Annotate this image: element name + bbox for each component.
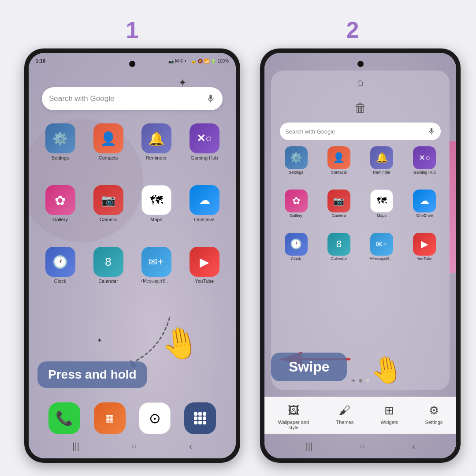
svg-rect-4 bbox=[194, 416, 197, 420]
app-clock[interactable]: 🕐 Clock bbox=[37, 247, 83, 284]
phone2-search-bar[interactable]: Search with Google bbox=[280, 123, 441, 140]
phone1-mic-icon bbox=[206, 94, 216, 104]
p2-settings[interactable]: ⚙️ Settings bbox=[275, 146, 316, 175]
page-dots: + bbox=[351, 377, 369, 385]
p2-reminder-label: Reminder bbox=[373, 170, 390, 175]
app-camera[interactable]: 📷 Camera bbox=[86, 185, 131, 222]
homescreen-overlay: ⌂ 🗑 Search with Google ⚙️ Settings 👤 Con… bbox=[271, 71, 450, 390]
p2-onedrive[interactable]: ☁ OneDrive bbox=[404, 190, 445, 218]
app-maps[interactable]: 🗺 Maps bbox=[134, 185, 179, 222]
menu-themes[interactable]: 🖌 Themes bbox=[336, 404, 353, 430]
app-settings[interactable]: ⚙️ Settings bbox=[37, 123, 83, 160]
menu-wallpaper[interactable]: 🖼 Wallpaper andstyle bbox=[278, 404, 309, 430]
p2-settings-icon: ⚙️ bbox=[285, 146, 308, 169]
nav-home[interactable]: ○ bbox=[131, 441, 137, 451]
phone1-app-row2: ✿ Gallery 📷 Camera 🗺 Maps ☁ OneDrive bbox=[37, 185, 227, 222]
phone1-app-row1: ⚙️ Settings 👤 Contacts 🔔 Reminder ✕○ Gam… bbox=[37, 123, 227, 160]
app-onedrive[interactable]: ☁ OneDrive bbox=[182, 185, 227, 222]
p2-calendar-label: Calendar bbox=[331, 257, 347, 261]
dock-bixby[interactable]: ▦ bbox=[94, 402, 126, 434]
p2-maps[interactable]: 🗺 Maps bbox=[361, 190, 402, 218]
maps-icon: 🗺 bbox=[141, 185, 171, 215]
app-calendar[interactable]: 8 Calendar bbox=[86, 247, 131, 284]
app-message[interactable]: ✉+ +Message(SM... bbox=[134, 247, 179, 284]
themes-label: Themes bbox=[336, 420, 353, 425]
home-icon[interactable]: ⌂ bbox=[357, 76, 364, 88]
svg-rect-9 bbox=[203, 421, 206, 424]
maps-label: Maps bbox=[150, 217, 162, 222]
app-reminder[interactable]: 🔔 Reminder bbox=[134, 123, 179, 160]
p2-onedrive-label: OneDrive bbox=[416, 213, 433, 218]
dock-chrome[interactable]: ⊙ bbox=[139, 402, 171, 434]
svg-rect-8 bbox=[198, 421, 202, 424]
phone1-search-bar[interactable]: Search with Google bbox=[42, 87, 223, 110]
clock-icon: 🕐 bbox=[45, 247, 75, 277]
svg-rect-2 bbox=[198, 412, 202, 416]
trash-icon[interactable]: 🗑 bbox=[354, 100, 367, 115]
message-label: +Message(SM... bbox=[141, 279, 172, 283]
phone1-screen: 1:16 📷 M © • 🔒 🔕 📶 🔋 100% ✦ ✦ ✦ Search w… bbox=[29, 53, 236, 458]
swipe-label: Swipe bbox=[271, 353, 347, 381]
onedrive-label: OneDrive bbox=[194, 217, 214, 222]
p2-nav-back[interactable]: ||| bbox=[305, 441, 312, 451]
phone2-camera bbox=[357, 61, 364, 67]
svg-rect-7 bbox=[194, 421, 197, 424]
phone1-status-icons: 📷 M © • 🔒 🔕 📶 🔋 100% bbox=[168, 59, 229, 63]
phone1-battery: 100% bbox=[217, 59, 229, 63]
calendar-icon: 8 bbox=[93, 247, 123, 277]
message-icon: ✉+ bbox=[141, 247, 171, 277]
p2-message-label: +Message(SM... bbox=[369, 257, 394, 260]
phone1: 1:16 📷 M © • 🔒 🔕 📶 🔋 100% ✦ ✦ ✦ Search w… bbox=[24, 48, 240, 463]
p2-camera-label: Camera bbox=[332, 213, 346, 218]
p2-gallery-icon: ✿ bbox=[285, 190, 308, 212]
hand-cursor-1: 🤚 bbox=[158, 322, 202, 364]
p2-nav-home[interactable]: ○ bbox=[360, 441, 365, 451]
wallpaper-icon: 🖼 bbox=[288, 404, 299, 417]
p2-message[interactable]: ✉+ +Message(SM... bbox=[361, 233, 402, 261]
phone2-mic-icon bbox=[428, 127, 435, 135]
app-gallery[interactable]: ✿ Gallery bbox=[37, 185, 83, 222]
wallpaper-label: Wallpaper andstyle bbox=[278, 420, 309, 430]
p2-message-icon: ✉+ bbox=[370, 233, 393, 256]
press-hold-label: Press and hold bbox=[37, 361, 147, 388]
p2-clock[interactable]: 🕐 Clock bbox=[275, 233, 316, 261]
youtube-label: YouTube bbox=[195, 279, 214, 284]
p2-contacts[interactable]: 👤 Contacts bbox=[318, 146, 359, 175]
calendar-label: Calendar bbox=[98, 279, 118, 284]
gaming-icon: ✕○ bbox=[190, 123, 219, 153]
dock-apps[interactable] bbox=[184, 402, 216, 434]
phone1-search-text: Search with Google bbox=[49, 94, 206, 103]
p2-clock-icon: 🕐 bbox=[285, 233, 308, 256]
p2-youtube[interactable]: ▶ YouTube bbox=[404, 233, 445, 261]
settings-menu-label: Settings bbox=[425, 420, 443, 425]
p2-reminder[interactable]: 🔔 Reminder bbox=[361, 146, 402, 175]
app-contacts[interactable]: 👤 Contacts bbox=[86, 123, 131, 160]
p2-gaming[interactable]: ✕○ Gaming Hub bbox=[404, 146, 445, 175]
app-gaming[interactable]: ✕○ Gaming Hub bbox=[182, 123, 227, 160]
settings-label: Settings bbox=[52, 155, 69, 160]
p2-calendar[interactable]: 8 Calendar bbox=[318, 233, 359, 261]
clock-label: Clock bbox=[54, 279, 67, 284]
reminder-icon: 🔔 bbox=[141, 123, 171, 153]
p2-contacts-label: Contacts bbox=[331, 170, 347, 175]
hand-cursor-2: 🤚 bbox=[368, 352, 405, 388]
themes-icon: 🖌 bbox=[339, 404, 350, 417]
nav-recent[interactable]: ‹ bbox=[189, 441, 192, 451]
menu-widgets[interactable]: ⊞ Widgets bbox=[381, 404, 398, 430]
step1-number: 1 bbox=[88, 17, 176, 43]
p2-nav-recent[interactable]: ‹ bbox=[412, 441, 415, 451]
nav-back[interactable]: ||| bbox=[72, 441, 79, 451]
p2-camera-icon: 📷 bbox=[327, 190, 350, 212]
phone2-screen: ⌂ 🗑 Search with Google ⚙️ Settings 👤 Con… bbox=[264, 53, 456, 458]
phone2-search-text: Search with Google bbox=[285, 128, 428, 135]
app-youtube[interactable]: ▶ YouTube bbox=[182, 247, 227, 284]
camera-label: Camera bbox=[100, 217, 117, 222]
dock-phone[interactable]: 📞 bbox=[48, 402, 80, 434]
menu-settings[interactable]: ⚙ Settings bbox=[425, 404, 443, 430]
p2-gallery[interactable]: ✿ Gallery bbox=[275, 190, 316, 218]
phone2: ⌂ 🗑 Search with Google ⚙️ Settings 👤 Con… bbox=[260, 48, 461, 463]
p2-camera[interactable]: 📷 Camera bbox=[318, 190, 359, 218]
phone1-app-row3: 🕐 Clock 8 Calendar ✉+ +Message(SM... ▶ Y… bbox=[37, 247, 227, 284]
gaming-label: Gaming Hub bbox=[191, 155, 218, 160]
gallery-label: Gallery bbox=[52, 217, 68, 222]
